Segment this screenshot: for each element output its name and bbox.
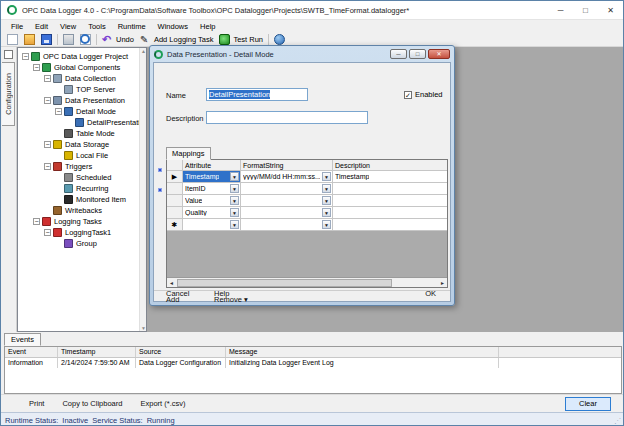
add-logging-task-button[interactable]: ✎ Add Logging Task xyxy=(137,34,217,46)
tree-item-writebacks[interactable]: Writebacks xyxy=(20,205,144,216)
grid-row[interactable]: ▶Timestamp▼yyyy/MM/dd HH:mm:ss...▼Timest… xyxy=(167,171,447,183)
grid-row[interactable]: Value▼▼ xyxy=(167,195,447,207)
grid-row[interactable]: ItemID▼▼ xyxy=(167,183,447,195)
collapse-icon[interactable]: − xyxy=(44,229,51,236)
grid-cell-formatstring[interactable]: ▼ xyxy=(241,183,333,194)
menu-windows[interactable]: Windows xyxy=(152,21,194,32)
save-button[interactable] xyxy=(38,34,55,46)
undo-button[interactable]: ↶ Undo xyxy=(99,34,137,46)
tree-item-data-collection[interactable]: −Data Collection xyxy=(20,73,144,84)
grid-cell-formatstring[interactable]: ▼ xyxy=(241,195,333,206)
enabled-checkbox[interactable]: ✓ xyxy=(404,91,412,99)
collapse-icon[interactable]: − xyxy=(44,75,51,82)
grid-cell-description[interactable] xyxy=(333,219,447,230)
copy-to-clipboard-button[interactable]: Copy to Clipboard xyxy=(62,399,122,408)
dropdown-arrow-icon[interactable]: ▼ xyxy=(230,220,239,229)
export-csv-button[interactable]: Export (*.csv) xyxy=(140,399,185,408)
tree-item-recurring[interactable]: Recurring xyxy=(20,183,144,194)
name-field[interactable]: DetailPresentation xyxy=(206,88,308,101)
tree-item-group[interactable]: Group xyxy=(20,238,144,249)
events-column-timestamp[interactable]: Timestamp xyxy=(58,347,136,357)
collapse-icon[interactable]: − xyxy=(44,141,51,148)
dropdown-arrow-icon[interactable]: ▼ xyxy=(230,196,239,205)
tree-item-opc-data-logger-project[interactable]: −OPC Data Logger Project xyxy=(20,51,144,62)
grid-row-selector[interactable] xyxy=(167,183,183,194)
panel-pin-icon[interactable] xyxy=(4,50,13,59)
grid-cell-attribute[interactable]: Timestamp▼ xyxy=(183,171,241,182)
maximize-button[interactable]: □ xyxy=(573,1,598,19)
tree-item-detailpresentation[interactable]: DetailPresentation xyxy=(20,117,144,128)
remove-dropdown-arrow-icon[interactable]: ▾ xyxy=(244,295,248,304)
test-run-button[interactable]: Test Run xyxy=(216,34,266,46)
scroll-left-arrow-icon[interactable]: ◄ xyxy=(167,279,176,287)
scroll-thumb[interactable] xyxy=(177,279,392,287)
dropdown-arrow-icon[interactable]: ▼ xyxy=(230,172,239,181)
grid-horizontal-scrollbar[interactable]: ◄ ► xyxy=(167,277,447,287)
close-button[interactable]: ✕ xyxy=(598,1,623,19)
grid-cell-description[interactable]: Timestamp xyxy=(333,171,447,182)
tree-item-detail-mode[interactable]: −Detail Mode xyxy=(20,106,144,117)
dialog-close-button[interactable]: ✕ xyxy=(428,49,450,59)
print-preview-button[interactable] xyxy=(77,34,94,46)
grid-cell-description[interactable] xyxy=(333,183,447,194)
dropdown-arrow-icon[interactable]: ▼ xyxy=(322,184,331,193)
menu-runtime[interactable]: Runtime xyxy=(112,21,152,32)
grid-column-formatstring[interactable]: FormatString xyxy=(241,160,333,170)
dropdown-arrow-icon[interactable]: ▼ xyxy=(322,220,331,229)
enabled-checkbox-wrap[interactable]: ✓ Enabled xyxy=(404,90,443,99)
ok-button[interactable]: OK xyxy=(425,289,436,298)
tree-vertical-scrollbar[interactable] xyxy=(139,48,146,331)
mappings-tab[interactable]: Mappings xyxy=(166,147,211,160)
resize-grip-icon[interactable]: ⋰ xyxy=(614,417,621,425)
collapse-icon[interactable]: − xyxy=(44,163,51,170)
menu-edit[interactable]: Edit xyxy=(29,21,54,32)
minimize-button[interactable]: ─ xyxy=(548,1,573,19)
events-column-event[interactable]: Event xyxy=(5,347,58,357)
grid-cell-attribute[interactable]: Quality▼ xyxy=(183,207,241,218)
tree-item-top-server[interactable]: TOP Server xyxy=(20,84,144,95)
help-button[interactable]: Help xyxy=(214,289,229,298)
tree-item-scheduled[interactable]: Scheduled xyxy=(20,172,144,183)
new-button[interactable] xyxy=(4,34,21,46)
grid-cell-description[interactable] xyxy=(333,195,447,206)
collapse-icon[interactable]: − xyxy=(22,53,29,60)
menu-tools[interactable]: Tools xyxy=(82,21,112,32)
description-field[interactable] xyxy=(206,111,368,124)
grid-cell-attribute[interactable]: ItemID▼ xyxy=(183,183,241,194)
dropdown-arrow-icon[interactable]: ▼ xyxy=(322,172,331,181)
events-column-source[interactable]: Source xyxy=(136,347,226,357)
dialog-title-bar[interactable]: Data Presentation - Detail Mode ─ □ ✕ xyxy=(150,46,454,62)
collapse-icon[interactable]: − xyxy=(33,64,40,71)
tree-item-loggingtask1[interactable]: −LoggingTask1 xyxy=(20,227,144,238)
dropdown-arrow-icon[interactable]: ▼ xyxy=(322,208,331,217)
tree-item-logging-tasks[interactable]: −Logging Tasks xyxy=(20,216,144,227)
grid-row-header[interactable] xyxy=(167,160,183,170)
menu-file[interactable]: File xyxy=(5,21,29,32)
clear-button[interactable]: Clear xyxy=(565,397,611,411)
events-tab[interactable]: Events xyxy=(4,333,41,346)
grid-cell-description[interactable] xyxy=(333,207,447,218)
collapse-icon[interactable]: − xyxy=(33,218,40,225)
grid-row-selector[interactable] xyxy=(167,195,183,206)
grid-column-description[interactable]: Description xyxy=(333,160,447,170)
dropdown-arrow-icon[interactable]: ▼ xyxy=(322,196,331,205)
tree-item-data-presentation[interactable]: −Data Presentation xyxy=(20,95,144,106)
print-button[interactable] xyxy=(60,34,77,46)
events-column-message[interactable]: Message xyxy=(226,347,499,357)
print-events-button[interactable]: Print xyxy=(29,399,44,408)
web-help-button[interactable] xyxy=(271,34,288,46)
grid-row[interactable]: Quality▼▼ xyxy=(167,207,447,219)
scroll-right-arrow-icon[interactable]: ► xyxy=(438,279,447,287)
open-button[interactable] xyxy=(21,34,38,46)
grid-cell-attribute[interactable]: ▼ xyxy=(183,219,241,230)
dialog-maximize-button[interactable]: □ xyxy=(409,49,426,59)
menu-help[interactable]: Help xyxy=(194,21,221,32)
event-row[interactable]: Information2/14/2024 7:59:50 AMData Logg… xyxy=(5,358,621,368)
grid-row-selector[interactable]: ▶ xyxy=(167,171,183,182)
dropdown-arrow-icon[interactable]: ▼ xyxy=(230,184,239,193)
grid-row-selector[interactable] xyxy=(167,207,183,218)
configuration-tab[interactable]: Configuration xyxy=(2,62,15,126)
collapse-icon[interactable]: − xyxy=(44,97,51,104)
cancel-button[interactable]: Cancel xyxy=(166,289,189,298)
tree-item-data-storage[interactable]: −Data Storage xyxy=(20,139,144,150)
